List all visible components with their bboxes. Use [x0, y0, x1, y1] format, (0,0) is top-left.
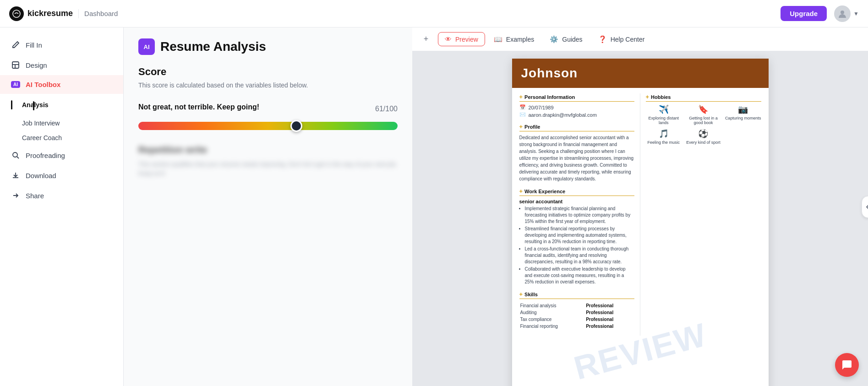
- hobbies-grid: ✈️ Exploring distant lands 🔖 Getting los…: [646, 104, 761, 145]
- svg-point-5: [13, 152, 17, 157]
- sidebar-item-fill-in[interactable]: Fill In: [0, 35, 123, 55]
- submenu-career-coach[interactable]: Career Coach: [22, 130, 123, 145]
- score-heading: Score: [138, 66, 398, 78]
- user-menu[interactable]: ▼: [834, 5, 859, 22]
- skill-level-4: Professional: [586, 323, 633, 329]
- skill-name-3: Tax compliance: [520, 316, 585, 322]
- blurred-content: Repetition write This section qualifies …: [138, 145, 398, 178]
- resume-name: Johnson: [521, 66, 759, 81]
- skill-level-1: Professional: [586, 303, 633, 309]
- ai-toolbox-submenu: Analysis Job Interview Career Coach: [0, 94, 123, 145]
- email-value: aaron.drapkin@mvfglobal.com: [529, 112, 597, 118]
- skill-row: Financial reporting Professional: [520, 323, 633, 329]
- logo-icon: [9, 6, 24, 21]
- book-icon: 🔖: [685, 104, 721, 114]
- preview-tab-icon: 👁: [445, 35, 452, 43]
- tab-help-center[interactable]: ❓ Help Center: [591, 32, 652, 47]
- profile-plus-icon: +: [519, 123, 523, 130]
- add-tab-button[interactable]: +: [420, 33, 432, 46]
- work-experience-section: + Work Experience senior accountant Impl…: [519, 188, 634, 285]
- preview-tab-label: Preview: [455, 36, 478, 43]
- job-bullets: Implemented strategic financial planning…: [519, 206, 634, 285]
- score-row: Not great, not terrible. Keep going! 61/…: [138, 100, 398, 114]
- top-nav: kickresume Dashboard Upgrade ▼: [0, 0, 868, 27]
- logo-text: kickresume: [27, 9, 73, 18]
- submenu-job-interview[interactable]: Job Interview: [22, 116, 123, 130]
- score-description: This score is calculated based on the va…: [138, 82, 398, 89]
- upgrade-button[interactable]: Upgrade: [781, 6, 827, 21]
- sidebar-item-ai-toolbox[interactable]: AI AI Toolbox: [0, 75, 123, 94]
- analysis-panel: AI Resume Analysis Score This score is c…: [124, 27, 412, 386]
- sidebar-ai-label: AI Toolbox: [26, 81, 60, 88]
- avatar: [834, 5, 851, 22]
- profile-title: Profile: [524, 124, 540, 130]
- camera-icon: 📷: [725, 104, 761, 114]
- sidebar-proofreading-label: Proofreading: [26, 152, 65, 159]
- hobbies-header: + Hobbies: [646, 93, 761, 102]
- tab-guides[interactable]: ⚙️ Guides: [543, 32, 589, 47]
- logo[interactable]: kickresume: [9, 6, 73, 21]
- profile-header: + Profile: [519, 123, 634, 131]
- skill-level-2: Professional: [586, 310, 633, 315]
- examples-tab-icon: 📖: [494, 35, 502, 43]
- bullet-3: Led a cross-functional team in conductin…: [525, 246, 634, 265]
- chat-button[interactable]: [835, 353, 859, 377]
- hobby-2-label: Getting lost in a good book: [689, 116, 718, 125]
- skill-name-2: Auditing: [520, 310, 585, 315]
- nav-divider: [78, 9, 79, 18]
- blurred-text: This section qualifies that your resume …: [138, 160, 398, 178]
- sidebar-item-proofreading[interactable]: Proofreading: [0, 145, 123, 165]
- sidebar-fill-in-label: Fill In: [26, 41, 42, 49]
- share-icon: [11, 191, 20, 200]
- hobby-3: 📷 Capturing moments: [725, 104, 761, 125]
- guides-tab-icon: ⚙️: [550, 35, 558, 43]
- resume-preview-area: Johnson REVIEW + Personal Informati: [412, 51, 868, 386]
- personal-info-header: + Personal Information: [519, 93, 634, 102]
- sidebar-item-download[interactable]: Download: [0, 165, 123, 185]
- resume-right-column: + Hobbies ✈️ Exploring distant lands: [640, 93, 761, 336]
- svg-rect-2: [12, 62, 19, 68]
- work-experience-header: + Work Experience: [519, 188, 634, 196]
- main-layout: Fill In Design AI AI Toolbox Analysis Jo…: [0, 27, 868, 386]
- blurred-title: Repetition write: [138, 145, 398, 155]
- section-plus-icon: +: [519, 93, 523, 100]
- dob-value: 20/07/1989: [529, 105, 554, 110]
- work-title-label: Work Experience: [524, 189, 565, 194]
- sidebar-item-design[interactable]: Design: [0, 55, 123, 75]
- sidebar-design-label: Design: [26, 61, 47, 69]
- hobby-4-label: Feeling the music: [648, 140, 680, 145]
- dob-row: 📅 20/07/1989: [519, 104, 634, 110]
- job-title: senior accountant: [519, 199, 634, 204]
- hobby-5-label: Every kind of sport: [686, 140, 721, 145]
- hobby-2: 🔖 Getting lost in a good book: [685, 104, 721, 125]
- work-plus-icon: +: [519, 188, 523, 195]
- email-row: ✉️ aaron.drapkin@mvfglobal.com: [519, 112, 634, 118]
- score-max: /100: [383, 105, 398, 113]
- breadcrumb: Dashboard: [84, 10, 118, 17]
- sidebar-item-share[interactable]: Share: [0, 185, 123, 206]
- skills-title: Skills: [524, 292, 538, 297]
- profile-section: + Profile Dedicated and accomplished sen…: [519, 123, 634, 182]
- skill-row: Auditing Professional: [520, 310, 633, 315]
- tab-examples[interactable]: 📖 Examples: [487, 32, 541, 47]
- hobby-3-label: Capturing moments: [725, 116, 761, 120]
- tab-preview[interactable]: 👁 Preview: [438, 32, 485, 46]
- design-icon: [11, 60, 20, 70]
- svg-point-0: [13, 10, 20, 17]
- score-marker: [290, 120, 302, 132]
- bullet-1: Implemented strategic financial planning…: [525, 206, 634, 225]
- hobbies-section: + Hobbies ✈️ Exploring distant lands: [646, 93, 761, 145]
- skill-name-1: Financial analysis: [520, 303, 585, 309]
- score-section: Score This score is calculated based on …: [138, 66, 398, 130]
- hobby-4: 🎵 Feeling the music: [646, 129, 682, 145]
- examples-tab-label: Examples: [506, 36, 534, 43]
- resume-document: Johnson REVIEW + Personal Informati: [512, 59, 769, 386]
- resume-left-column: + Personal Information 📅 20/07/1989 ✉️ a…: [519, 93, 640, 336]
- skills-table: Financial analysis Professional Auditing…: [519, 302, 634, 330]
- skill-name-4: Financial reporting: [520, 323, 585, 329]
- guides-tab-label: Guides: [562, 36, 582, 43]
- score-value: 61/100: [375, 100, 398, 114]
- profile-text: Dedicated and accomplished senior accoun…: [519, 134, 634, 182]
- submenu-analysis[interactable]: Analysis: [22, 98, 60, 112]
- hobby-5: ⚽ Every kind of sport: [685, 129, 721, 145]
